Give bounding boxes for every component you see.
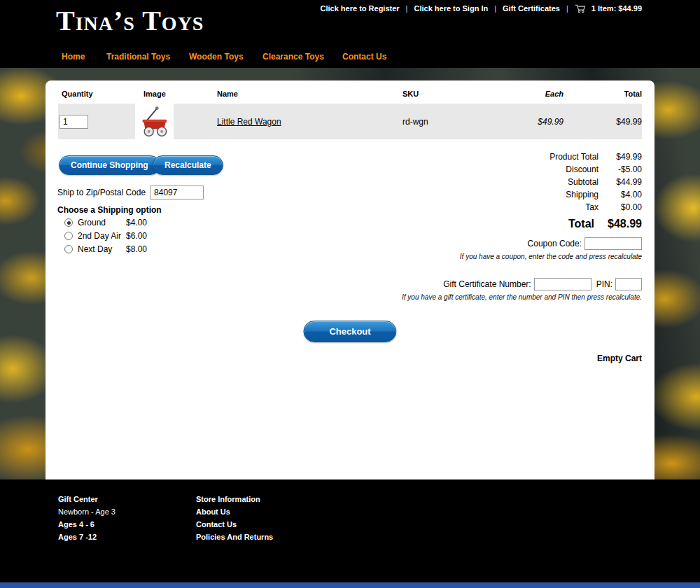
shipping-option-label: Ground — [78, 218, 106, 227]
shipping-option-label: 2nd Day Air — [78, 231, 121, 241]
gift-certificate-input[interactable] — [534, 278, 592, 290]
shipping-option-ground: Ground $4.00 — [64, 218, 106, 227]
gift-certificates-link[interactable]: Gift Certificates — [503, 4, 560, 13]
product-each-price: $49.99 — [538, 104, 564, 139]
nav-clearance-toys[interactable]: Clearance Toys — [262, 52, 342, 62]
zip-label: Ship to Zip/Postal Code — [57, 188, 146, 197]
bottom-accent-bar — [0, 582, 700, 588]
footer-column-title: Gift Center — [58, 495, 115, 507]
shipping-option-price: $4.00 — [126, 218, 147, 227]
separator: | — [494, 4, 496, 13]
product-total-price: $49.99 — [616, 104, 642, 139]
total-row-value: $4.00 — [598, 190, 642, 200]
footer-column-title: Store Information — [196, 495, 273, 507]
col-header-each: Each — [545, 90, 564, 98]
cart-summary[interactable]: 1 Item: $44.99 — [575, 4, 642, 13]
col-header-image: Image — [144, 90, 166, 98]
nav-traditional-toys[interactable]: Traditional Toys — [106, 52, 189, 62]
coupon-input[interactable] — [584, 237, 642, 250]
nav-wooden-toys[interactable]: Wooden Toys — [189, 52, 262, 62]
cart-table: Quantity Image Name SKU Each Total — [58, 90, 642, 139]
footer-store-info-column: Store Information About Us Contact Us Po… — [196, 495, 273, 545]
recalculate-button[interactable]: Recalculate — [153, 155, 223, 175]
col-header-total: Total — [624, 90, 642, 98]
continue-shopping-button[interactable]: Continue Shopping — [59, 155, 160, 175]
shipping-option-next-day: Next Day $8.00 — [64, 244, 112, 254]
total-row-label: Tax — [585, 202, 598, 212]
register-link[interactable]: Click here to Register — [321, 4, 400, 13]
total-row-value: -$5.00 — [598, 164, 642, 174]
order-totals: Product Total$49.99 Discount-$5.00 Subto… — [495, 150, 642, 232]
site-footer: Gift Center Newborn - Age 3 Ages 4 - 6 A… — [0, 479, 700, 582]
pin-label: PIN: — [596, 279, 612, 289]
total-row-label: Shipping — [566, 190, 598, 200]
shipping-option-2nd-day-air: 2nd Day Air $6.00 — [64, 231, 121, 241]
footer-link-newborn-age-3[interactable]: Newborn - Age 3 — [58, 507, 115, 520]
utility-links: Click here to Register | Click here to S… — [321, 4, 643, 13]
store-logo[interactable]: Tina’s Toys — [56, 7, 204, 35]
footer-link-policies-returns[interactable]: Policies And Returns — [196, 533, 273, 545]
product-thumbnail[interactable] — [135, 104, 174, 139]
sign-in-link[interactable]: Click here to Sign In — [414, 4, 488, 13]
col-header-quantity: Quantity — [62, 90, 93, 98]
total-row-label: Subtotal — [568, 177, 598, 187]
site-header: Click here to Register | Click here to S… — [0, 0, 700, 68]
empty-cart-link[interactable]: Empty Cart — [597, 354, 642, 363]
total-row-value: $49.99 — [598, 152, 642, 162]
shipping-option-label: Next Day — [78, 244, 112, 254]
footer-link-about-us[interactable]: About Us — [196, 507, 273, 520]
shipping-option-price: $6.00 — [126, 231, 147, 241]
cart-item-row: Little Red Wagon rd-wgn $49.99 $49.99 — [58, 104, 642, 139]
shipping-option-price: $8.00 — [126, 244, 147, 254]
main-nav: Home Traditional Toys Wooden Toys Cleara… — [62, 52, 386, 62]
red-wagon-image — [136, 105, 173, 139]
col-header-name: Name — [217, 90, 238, 98]
gift-certificate-note: If you have a gift certificate, enter th… — [402, 293, 642, 301]
shipping-radio-2nd-day-air[interactable] — [64, 232, 73, 240]
footer-link-ages-4-6[interactable]: Ages 4 - 6 — [58, 520, 115, 533]
total-row-value: $44.99 — [598, 177, 642, 187]
nav-contact-us[interactable]: Contact Us — [342, 52, 386, 62]
total-row-value: $0.00 — [598, 202, 642, 212]
cart-panel: Quantity Image Name SKU Each Total — [46, 80, 654, 479]
footer-link-contact-us[interactable]: Contact Us — [196, 520, 273, 533]
separator: | — [406, 4, 408, 13]
product-sku: rd-wgn — [402, 104, 428, 139]
cart-summary-text: 1 Item: $44.99 — [592, 4, 642, 13]
col-header-sku: SKU — [402, 90, 419, 98]
grand-total-label: Total — [568, 218, 594, 230]
nav-home[interactable]: Home — [62, 52, 106, 62]
quantity-input[interactable] — [59, 115, 88, 129]
footer-gift-center-column: Gift Center Newborn - Age 3 Ages 4 - 6 A… — [58, 495, 115, 545]
total-row-label: Discount — [566, 164, 598, 174]
product-name-link[interactable]: Little Red Wagon — [217, 117, 281, 127]
total-row-label: Product Total — [550, 152, 598, 162]
shipping-options-title: Choose a Shipping option — [57, 205, 162, 215]
coupon-label: Coupon Code: — [528, 239, 582, 248]
zip-input[interactable] — [150, 186, 204, 200]
separator: | — [566, 4, 568, 13]
grand-total-value: $48.99 — [594, 218, 642, 230]
coupon-note: If you have a coupon, enter the code and… — [460, 253, 642, 260]
pin-input[interactable] — [615, 278, 642, 290]
gift-certificate-label: Gift Certificate Number: — [443, 279, 531, 289]
cart-icon — [575, 4, 587, 13]
shipping-radio-next-day[interactable] — [64, 245, 73, 253]
shipping-radio-ground[interactable] — [64, 218, 73, 227]
cart-table-header: Quantity Image Name SKU Each Total — [58, 90, 642, 102]
checkout-button[interactable]: Checkout — [303, 321, 396, 342]
footer-link-ages-7-12[interactable]: Ages 7 -12 — [58, 533, 115, 545]
